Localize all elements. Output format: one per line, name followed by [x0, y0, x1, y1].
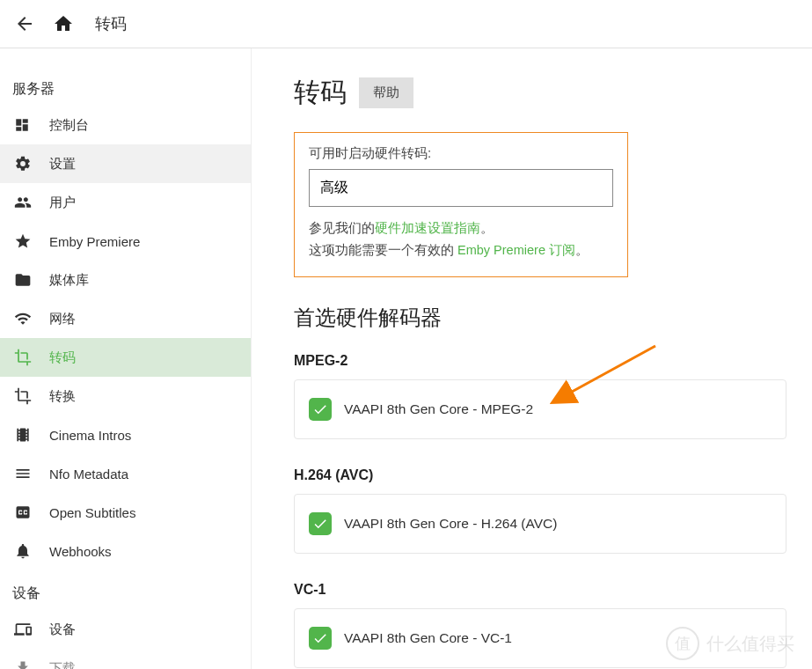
codec-label: VAAPI 8th Gen Core - MPEG-2 — [344, 401, 533, 417]
sidebar-item-subtitles[interactable]: Open Subtitles — [0, 493, 251, 532]
star-icon — [14, 232, 49, 250]
sidebar-section-server: 服务器 — [0, 66, 251, 106]
folder-icon — [14, 271, 49, 289]
codec-checkbox[interactable] — [309, 627, 332, 650]
sidebar-item-webhooks[interactable]: Webhooks — [0, 532, 251, 570]
codec-title: H.264 (AVC) — [294, 467, 812, 483]
cc-icon — [14, 504, 49, 521]
sidebar: 服务器 控制台 设置 用户 Emby Premiere — [0, 48, 252, 669]
codec-checkbox[interactable] — [309, 398, 332, 421]
hw-accel-guide-link[interactable]: 硬件加速设置指南 — [375, 221, 480, 235]
sidebar-item-network[interactable]: 网络 — [0, 299, 251, 338]
dashboard-icon — [14, 117, 49, 133]
sidebar-item-nfo[interactable]: Nfo Metadata — [0, 454, 251, 493]
main-content: 转码 帮助 可用时启动硬件转码: 高级 参见我们的硬件加速设置指南。 这项功能需… — [252, 48, 812, 669]
sidebar-item-label: 设备 — [49, 621, 76, 638]
home-button[interactable] — [53, 13, 74, 34]
sidebar-item-premiere[interactable]: Emby Premiere — [0, 222, 251, 261]
select-value: 高级 — [320, 180, 348, 195]
codec-title: MPEG-2 — [294, 353, 812, 369]
sidebar-item-label: 下载 — [49, 660, 76, 670]
sidebar-item-dashboard[interactable]: 控制台 — [0, 106, 251, 144]
codec-group-mpeg2: MPEG-2 VAAPI 8th Gen Core - MPEG-2 — [294, 353, 812, 439]
sidebar-item-label: 控制台 — [49, 117, 89, 134]
users-icon — [14, 194, 49, 211]
devices-icon — [14, 621, 49, 638]
codec-group-vc1: VC-1 VAAPI 8th Gen Core - VC-1 — [294, 582, 812, 668]
premiere-link[interactable]: Emby Premiere 订阅 — [457, 243, 575, 257]
sidebar-item-cinema[interactable]: Cinema Intros — [0, 415, 251, 454]
sidebar-item-label: Webhooks — [49, 544, 112, 559]
codec-label: VAAPI 8th Gen Core - VC-1 — [344, 630, 512, 646]
codec-card: VAAPI 8th Gen Core - H.264 (AVC) — [294, 494, 786, 554]
sidebar-item-users[interactable]: 用户 — [0, 183, 251, 222]
sidebar-item-label: 转码 — [49, 349, 76, 366]
sidebar-item-label: 媒体库 — [49, 272, 89, 289]
crop-icon — [14, 349, 49, 366]
list-icon — [14, 465, 49, 482]
sidebar-item-label: 转换 — [49, 388, 76, 405]
decoders-heading: 首选硬件解码器 — [294, 304, 812, 332]
sidebar-item-label: Nfo Metadata — [49, 467, 128, 482]
hw-accel-section: 可用时启动硬件转码: 高级 参见我们的硬件加速设置指南。 这项功能需要一个有效的… — [294, 132, 628, 277]
sidebar-item-label: Emby Premiere — [49, 234, 140, 249]
help-button[interactable]: 帮助 — [359, 77, 413, 108]
codec-label: VAAPI 8th Gen Core - H.264 (AVC) — [344, 516, 557, 532]
movie-icon — [14, 426, 49, 444]
sidebar-item-devices[interactable]: 设备 — [0, 610, 251, 649]
codec-checkbox[interactable] — [309, 512, 332, 535]
hw-accel-help-2: 这项功能需要一个有效的 Emby Premiere 订阅。 — [309, 239, 613, 261]
page-title: 转码 — [294, 75, 347, 111]
gear-icon — [14, 155, 49, 173]
sidebar-item-label: 用户 — [49, 195, 76, 211]
sidebar-item-transcoding[interactable]: 转码 — [0, 338, 251, 377]
back-button[interactable] — [14, 13, 35, 34]
hw-accel-help-1: 参见我们的硬件加速设置指南。 — [309, 217, 613, 239]
hw-accel-label: 可用时启动硬件转码: — [309, 145, 613, 162]
sidebar-item-label: 网络 — [49, 311, 76, 327]
sidebar-item-label: Open Subtitles — [49, 505, 135, 520]
codec-group-h264: H.264 (AVC) VAAPI 8th Gen Core - H.264 (… — [294, 467, 812, 554]
codec-card: VAAPI 8th Gen Core - VC-1 — [294, 608, 786, 668]
sidebar-item-settings[interactable]: 设置 — [0, 144, 251, 183]
breadcrumb-title: 转码 — [95, 13, 127, 34]
crop-icon — [14, 387, 49, 405]
sidebar-item-label: 设置 — [49, 156, 76, 173]
wifi-icon — [14, 310, 49, 327]
sidebar-item-library[interactable]: 媒体库 — [0, 261, 251, 299]
sidebar-item-label: Cinema Intros — [49, 428, 131, 443]
bell-icon — [14, 542, 49, 560]
hw-accel-select[interactable]: 高级 — [309, 169, 613, 207]
sidebar-item-convert[interactable]: 转换 — [0, 377, 251, 415]
sidebar-section-devices: 设备 — [0, 570, 251, 610]
download-icon — [14, 659, 49, 669]
sidebar-item-download[interactable]: 下载 — [0, 649, 251, 669]
codec-card: VAAPI 8th Gen Core - MPEG-2 — [294, 379, 786, 439]
codec-title: VC-1 — [294, 582, 812, 598]
